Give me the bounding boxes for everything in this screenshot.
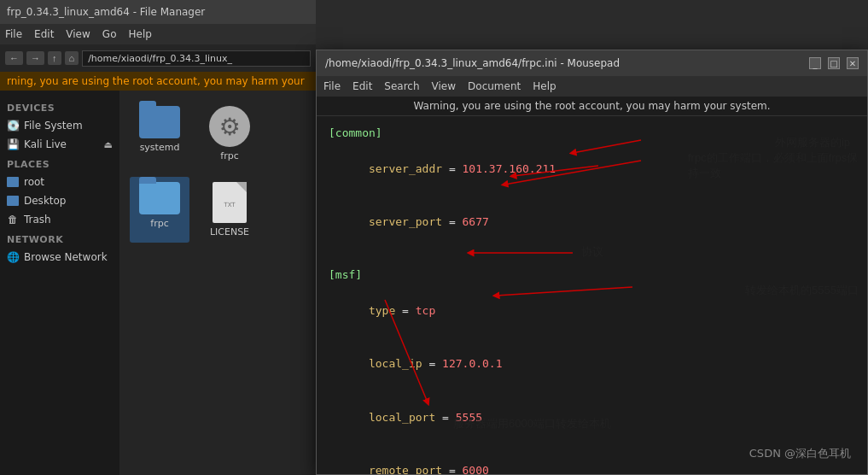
fm-menubar[interactable]: File Edit View Go Help xyxy=(0,24,316,44)
usb-icon: 💾 xyxy=(7,138,19,150)
places-header: PLACES xyxy=(0,154,119,173)
sidebar-item-filesystem[interactable]: 💽 File System xyxy=(0,116,119,135)
sidebar-label-desktop: Desktop xyxy=(24,195,67,207)
fm-menu-file[interactable]: File xyxy=(5,28,22,40)
close-button[interactable]: ✕ xyxy=(847,57,859,69)
fm-menu-view[interactable]: View xyxy=(66,28,90,40)
path-bar[interactable]: /home/xiaodi/frp_0.34.3_linux_ xyxy=(82,50,311,67)
fm-sidebar: DEVICES 💽 File System 💾 Kali Live ⏏ PLAC… xyxy=(0,91,119,475)
annotation-frpc-port: frpc的工作端口，必须和上面frps保持一致 xyxy=(688,150,859,181)
code-local-ip: local_ip = 127.0.0.1 xyxy=(329,338,855,391)
sidebar-label-kalilive: Kali Live xyxy=(24,138,67,150)
annotation-server-ip: 外网服务器的ip xyxy=(775,135,850,150)
file-icon-license: TXT xyxy=(213,182,247,223)
mp-menu-search[interactable]: Search xyxy=(384,80,419,92)
file-manager: frp_0.34.3_linux_amd64 - File Manager Fi… xyxy=(0,0,316,475)
mp-editor[interactable]: [common] server_addr = 101.37.160.211 se… xyxy=(317,116,867,474)
folder-icon-systemd xyxy=(139,106,180,138)
sidebar-item-root[interactable]: root xyxy=(0,173,119,191)
mp-menubar[interactable]: File Edit Search View Document Help xyxy=(317,76,867,97)
desktop-folder-icon xyxy=(7,196,19,206)
fm-content: systemd ⚙ frpc frpc TXT LICENSE xyxy=(119,91,316,475)
file-label-systemd: systemd xyxy=(140,142,180,153)
fm-body: DEVICES 💽 File System 💾 Kali Live ⏏ PLAC… xyxy=(0,91,316,475)
devices-header: DEVICES xyxy=(0,97,119,116)
sidebar-label-browse-network: Browse Network xyxy=(24,251,108,263)
mp-menu-help[interactable]: Help xyxy=(533,80,556,92)
fm-warning: rning, you are using the root account, y… xyxy=(0,72,316,91)
mp-titlebar: /home/xiaodi/frp_0.34.3_linux_amd64/frpc… xyxy=(317,50,867,76)
mp-menu-view[interactable]: View xyxy=(432,80,456,92)
fm-title: frp_0.34.3_linux_amd64 - File Manager xyxy=(7,6,205,18)
home-button[interactable]: ⌂ xyxy=(65,51,79,65)
maximize-button[interactable]: □ xyxy=(828,57,840,69)
file-item-systemd[interactable]: systemd xyxy=(130,101,189,167)
sidebar-label-root: root xyxy=(24,176,44,188)
sidebar-item-kalilive[interactable]: 💾 Kali Live ⏏ xyxy=(0,135,119,154)
fm-toolbar: ← → ↑ ⌂ /home/xiaodi/frp_0.34.3_linux_ xyxy=(0,44,316,72)
mp-menu-edit[interactable]: Edit xyxy=(352,80,372,92)
file-item-license[interactable]: TXT LICENSE xyxy=(200,177,259,243)
gear-icon-frpc: ⚙ xyxy=(209,106,250,147)
folder-home-icon xyxy=(7,177,19,187)
minimize-button[interactable]: _ xyxy=(809,57,821,69)
file-label-license: LICENSE xyxy=(210,226,249,238)
code-server-port: server_port = 6677 xyxy=(329,196,855,249)
mp-menu-document[interactable]: Document xyxy=(468,80,521,92)
eject-icon[interactable]: ⏏ xyxy=(104,139,113,150)
network-header: NETWORK xyxy=(0,229,119,248)
mousepad-window: /home/xiaodi/frp_0.34.3_linux_amd64/frpc… xyxy=(316,50,868,475)
drive-icon: 💽 xyxy=(7,120,19,132)
trash-icon: 🗑 xyxy=(7,214,19,226)
annotation-protocol: 协议 xyxy=(581,244,603,260)
csdn-label: CSDN @深白色耳机 xyxy=(749,446,851,461)
file-label-frpc-gear: frpc xyxy=(220,150,238,161)
sidebar-item-desktop[interactable]: Desktop xyxy=(0,191,119,210)
mp-warning: Warning, you are using the root account,… xyxy=(317,97,867,116)
file-item-frpc-folder[interactable]: frpc xyxy=(130,177,189,243)
sidebar-item-trash[interactable]: 🗑 Trash xyxy=(0,210,119,229)
back-button[interactable]: ← xyxy=(5,51,23,65)
fm-menu-go[interactable]: Go xyxy=(102,28,117,40)
fm-menu-edit[interactable]: Edit xyxy=(34,28,54,40)
mp-title: /home/xiaodi/frp_0.34.3_linux_amd64/frpc… xyxy=(325,57,620,69)
annotation-forward-port: 转发给本机的5555端口 xyxy=(745,283,859,298)
sidebar-label-filesystem: File System xyxy=(24,120,83,132)
annotation-server-forward: 服务器端用6000端口转发给本机 xyxy=(453,416,611,431)
mp-titlebar-buttons: _ □ ✕ xyxy=(809,57,859,69)
up-button[interactable]: ↑ xyxy=(48,51,61,65)
file-item-frpc-gear[interactable]: ⚙ frpc xyxy=(200,101,259,167)
fm-titlebar: frp_0.34.3_linux_amd64 - File Manager xyxy=(0,0,316,24)
network-icon: 🌐 xyxy=(7,251,19,263)
sidebar-item-browse-network[interactable]: 🌐 Browse Network xyxy=(0,248,119,267)
forward-button[interactable]: → xyxy=(26,51,44,65)
sidebar-label-trash: Trash xyxy=(24,214,51,226)
fm-menu-help[interactable]: Help xyxy=(128,28,151,40)
mp-menu-file[interactable]: File xyxy=(323,80,341,92)
file-label-frpc-folder: frpc xyxy=(150,218,168,229)
folder-icon-frpc xyxy=(139,182,180,214)
